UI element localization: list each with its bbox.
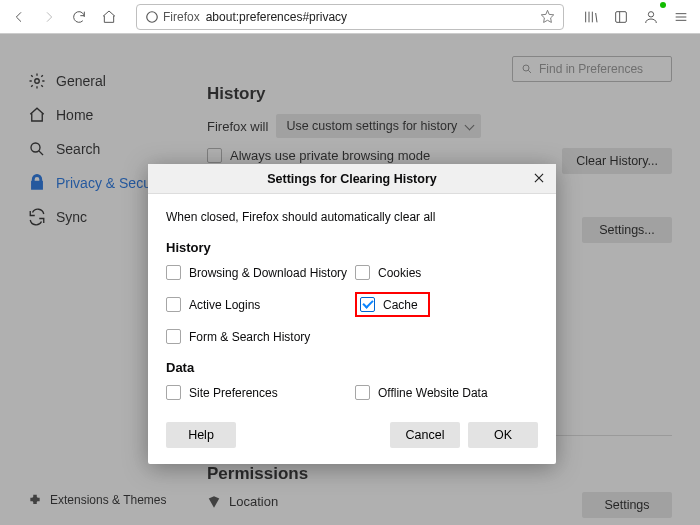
sidebar-item-general[interactable]: General [28, 64, 185, 98]
svg-point-5 [523, 65, 529, 71]
sidebar-item-label: Search [56, 141, 100, 157]
checkbox[interactable] [207, 148, 222, 163]
option-label: Active Logins [189, 298, 260, 312]
dialog-title: Settings for Clearing History [267, 172, 436, 186]
sidebar-item-label: Sync [56, 209, 87, 225]
option-label: Cache [383, 298, 418, 312]
browser-name: Firefox [163, 10, 200, 24]
option-label: Form & Search History [189, 330, 310, 344]
browser-toolbar: Firefox [0, 0, 700, 34]
option-label: Location [229, 494, 278, 509]
svg-rect-1 [616, 11, 627, 22]
url-bar[interactable]: Firefox [136, 4, 564, 30]
cancel-button[interactable]: Cancel [390, 422, 460, 448]
opt-active-logins[interactable]: Active Logins [166, 292, 349, 317]
dialog-title-bar: Settings for Clearing History [148, 164, 556, 194]
opt-form-history[interactable]: Form & Search History [166, 329, 349, 344]
section-heading: History [166, 240, 538, 255]
menu-icon[interactable] [668, 4, 694, 30]
opt-cache[interactable]: Cache [360, 297, 418, 312]
bookmark-star-icon[interactable] [540, 9, 555, 24]
clear-history-button[interactable]: Clear History... [562, 148, 672, 174]
history-mode-select[interactable]: Use custom settings for history [276, 114, 481, 138]
back-button[interactable] [6, 4, 32, 30]
section-heading: Data [166, 360, 538, 375]
find-in-prefs[interactable]: Find in Preferences [512, 56, 672, 82]
settings-button-2[interactable]: Settings [582, 492, 672, 518]
sidebar-item-search[interactable]: Search [28, 132, 185, 166]
help-button[interactable]: Help [166, 422, 236, 448]
cache-highlight: Cache [355, 292, 430, 317]
always-private-row[interactable]: Always use private browsing mode [207, 148, 562, 163]
history-heading: History [207, 84, 672, 104]
opt-offline-data[interactable]: Offline Website Data [355, 385, 538, 400]
opt-cookies[interactable]: Cookies [355, 265, 538, 280]
url-input[interactable] [206, 10, 534, 24]
svg-point-0 [147, 11, 158, 22]
location-row: Location [207, 494, 582, 509]
option-label: Offline Website Data [378, 386, 488, 400]
forward-button[interactable] [36, 4, 62, 30]
ok-button[interactable]: OK [468, 422, 538, 448]
site-identity[interactable]: Firefox [145, 10, 200, 24]
home-button[interactable] [96, 4, 122, 30]
option-label: Cookies [378, 266, 421, 280]
close-icon[interactable] [532, 171, 548, 187]
sidebar-item-home[interactable]: Home [28, 98, 185, 132]
opt-site-prefs[interactable]: Site Preferences [166, 385, 349, 400]
sidebar-item-label: General [56, 73, 106, 89]
account-icon[interactable] [638, 4, 664, 30]
svg-point-2 [648, 11, 653, 16]
sidebar-item-label: Home [56, 107, 93, 123]
clear-history-dialog: Settings for Clearing History When close… [148, 164, 556, 464]
opt-browsing-history[interactable]: Browsing & Download History [166, 265, 349, 280]
search-placeholder: Find in Preferences [539, 62, 643, 76]
reload-button[interactable] [66, 4, 92, 30]
svg-point-4 [31, 143, 40, 152]
permissions-heading: Permissions [207, 464, 672, 484]
option-label: Always use private browsing mode [230, 148, 430, 163]
history-mode-row: Firefox will Use custom settings for his… [207, 114, 672, 138]
sidebar-toggle-icon[interactable] [608, 4, 634, 30]
settings-button[interactable]: Settings... [582, 217, 672, 243]
will-label: Firefox will [207, 119, 268, 134]
dialog-description: When closed, Firefox should automaticall… [166, 210, 538, 224]
svg-point-3 [35, 79, 40, 84]
sidebar-extensions[interactable]: Extensions & Themes [28, 493, 167, 507]
sidebar-item-label: Extensions & Themes [50, 493, 167, 507]
library-icon[interactable] [578, 4, 604, 30]
option-label: Site Preferences [189, 386, 278, 400]
option-label: Browsing & Download History [189, 266, 347, 280]
